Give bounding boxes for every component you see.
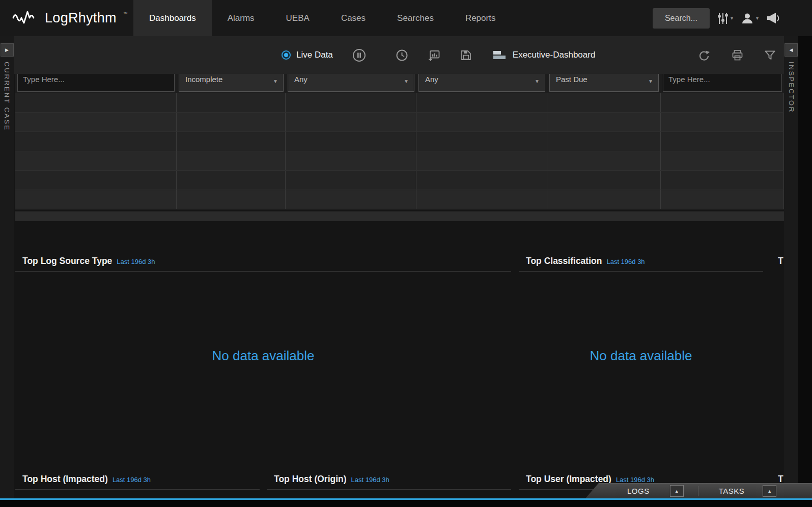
dashboard-content: Incomplete ▼ Any ▼ Any ▼ Past Due	[14, 74, 784, 498]
primary-nav: Dashboards Alarms UEBA Cases Searches Re…	[133, 0, 511, 36]
table-cell	[177, 113, 286, 131]
table-cell	[177, 132, 286, 151]
table-cell	[416, 132, 547, 151]
table-row[interactable]	[15, 93, 784, 113]
widget-body: No data available	[15, 272, 511, 440]
status-filter-select[interactable]: Incomplete ▼	[179, 74, 284, 92]
widget-timeframe: Last 196d 3h	[117, 258, 155, 265]
table-row[interactable]	[15, 132, 784, 151]
user-menu[interactable]: ▾	[741, 12, 759, 25]
logs-expand-button[interactable]: ▲	[670, 485, 684, 497]
case-name-filter-input[interactable]	[17, 74, 175, 92]
time-range-button[interactable]	[396, 49, 408, 62]
chevron-down-icon: ▼	[648, 78, 653, 84]
expand-current-case-button[interactable]: ▶	[1, 43, 14, 57]
widget-timeframe: Last 196d 3h	[616, 476, 654, 484]
table-cell	[15, 171, 177, 190]
live-data-label: Live Data	[296, 50, 333, 60]
nav-tab-searches[interactable]: Searches	[381, 0, 450, 36]
pause-button[interactable]	[352, 48, 366, 62]
table-cell	[547, 113, 661, 131]
table-cell	[177, 171, 286, 190]
user-icon	[741, 12, 754, 25]
cases-filter-row: Incomplete ▼ Any ▼ Any ▼ Past Due	[15, 74, 784, 93]
expand-inspector-button[interactable]: ◀	[785, 43, 798, 57]
widget-body: No data available	[519, 272, 763, 440]
tasks-panel-tab[interactable]: TASKS	[719, 487, 745, 495]
tasks-expand-button[interactable]: ▲	[763, 485, 776, 497]
table-rows	[15, 93, 784, 209]
dashboard-toolbar: Live Data	[14, 36, 784, 74]
table-cell	[661, 190, 784, 209]
table-cell	[177, 190, 286, 209]
bottom-panel-bar: LOGS ▲ TASKS ▲	[585, 483, 812, 498]
owner-filter-select[interactable]: Any ▼	[418, 74, 545, 92]
logo-text: LogRhythm	[45, 10, 117, 26]
triangle-up-icon: ▲	[675, 489, 679, 494]
nav-tab-ueba[interactable]: UEBA	[270, 0, 325, 36]
arrow-right-icon: ▶	[5, 47, 9, 52]
table-cell	[15, 151, 177, 170]
inspector-tab[interactable]: INSPECTOR	[788, 62, 795, 113]
undo-button[interactable]	[698, 49, 711, 62]
widget-top-host-impacted: Top Host (Impacted) Last 196d 3h	[15, 468, 260, 498]
owner-filter-value: Any	[425, 75, 438, 84]
dashboard-selector[interactable]: Executive-Dashboard	[493, 49, 596, 61]
logrhythm-logo: LogRhythm ™	[0, 0, 133, 36]
add-widget-button[interactable]	[428, 49, 440, 62]
table-cell	[177, 151, 286, 170]
table-cell	[15, 190, 177, 209]
live-data-toggle[interactable]: Live Data	[282, 50, 333, 60]
table-cell	[286, 93, 416, 112]
widget-title: T	[778, 256, 783, 266]
preferences-menu[interactable]: ▾	[717, 12, 733, 25]
nav-tab-dashboards[interactable]: Dashboards	[133, 0, 212, 36]
table-row[interactable]	[15, 113, 784, 132]
widget-header: T	[771, 250, 784, 266]
current-case-tab[interactable]: CURRENT CASE	[3, 62, 11, 131]
widget-title: Top User (Impacted)	[526, 474, 611, 485]
table-row[interactable]	[15, 151, 784, 171]
tag-filter-input[interactable]	[663, 74, 782, 92]
dashboard-layout-icon	[493, 49, 507, 61]
status-filter-value: Incomplete	[185, 75, 222, 84]
table-cell	[547, 151, 661, 170]
announcements-button[interactable]	[766, 11, 781, 25]
filter-cell: Incomplete ▼	[177, 74, 286, 93]
priority-filter-select[interactable]: Any ▼	[288, 74, 414, 92]
table-row[interactable]	[15, 190, 784, 209]
chevron-down-icon: ▼	[404, 78, 409, 84]
chevron-down-icon: ▾	[731, 15, 733, 21]
widget-top-log-source-type: Top Log Source Type Last 196d 3h No data…	[15, 250, 511, 466]
megaphone-icon	[766, 11, 781, 25]
widget-timeframe: Last 196d 3h	[113, 476, 151, 484]
save-dashboard-button[interactable]	[460, 49, 472, 62]
widget-header: Top Host (Origin) Last 196d 3h	[267, 468, 511, 485]
filter-button[interactable]	[764, 49, 776, 61]
header-actions: Search... ▾ ▾	[653, 0, 812, 36]
table-cell	[15, 93, 177, 112]
table-cell	[286, 113, 416, 131]
nav-tab-alarms[interactable]: Alarms	[212, 0, 270, 36]
filter-cell	[15, 74, 177, 93]
widget-title: T	[778, 474, 783, 485]
table-cell	[15, 132, 177, 151]
toolbar-center-group: Live Data	[282, 36, 595, 74]
nav-tab-reports[interactable]: Reports	[450, 0, 512, 36]
live-data-radio-icon	[282, 50, 291, 60]
widget-header: Top Classification Last 196d 3h	[519, 250, 763, 266]
table-row[interactable]	[15, 171, 784, 190]
no-data-message: No data available	[212, 348, 315, 364]
widget-title: Top Host (Origin)	[274, 474, 347, 485]
search-button[interactable]: Search...	[653, 8, 710, 29]
horizontal-scrollbar[interactable]	[15, 211, 784, 221]
widget-top-host-origin: Top Host (Origin) Last 196d 3h	[267, 468, 511, 498]
print-button[interactable]	[731, 49, 744, 62]
table-cell	[661, 171, 784, 190]
widget-divider	[267, 489, 511, 490]
logs-panel-tab[interactable]: LOGS	[627, 487, 650, 495]
due-date-filter-select[interactable]: Past Due ▼	[549, 74, 659, 92]
toolbar-right-group	[698, 36, 776, 74]
nav-tab-cases[interactable]: Cases	[325, 0, 381, 36]
logo-trademark: ™	[123, 11, 128, 16]
